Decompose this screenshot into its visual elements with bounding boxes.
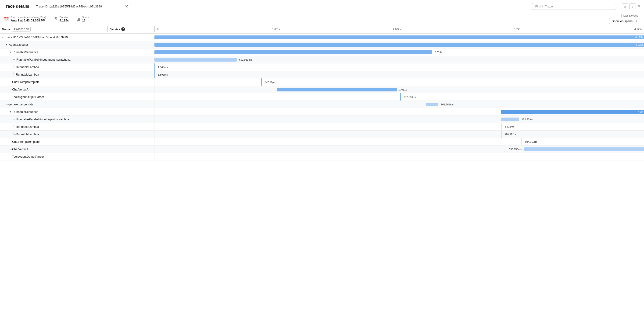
calendar-icon: 📅 [4,16,9,22]
row-label: get_exchange_rate [8,103,34,106]
expand-icon[interactable]: ▼ [8,110,12,114]
nav-arrows: ∧ ∨ × [622,3,640,9]
meta-bar: 📅 Start time (America/New_York) Aug 8 at… [0,13,644,25]
span-tick [522,138,522,145]
table-row[interactable]: ToolsAgentOutputParser752.896μs [0,93,644,101]
name-label: Name [2,27,10,31]
expand-icon[interactable]: ▼ [12,118,16,121]
spans-label: Spans [82,16,89,19]
table-row[interactable]: ▼RunnableSequence1.203s [0,108,644,116]
table-row[interactable]: ChatVertexAI1.011s [0,86,644,93]
span-duration-label: 2.339s [434,51,442,54]
span-tick [261,78,262,86]
expand-icon[interactable]: ▼ [8,50,12,54]
row-label: ToolsAgentOutputParser [12,95,44,99]
span-duration-label: 152.77ms [522,118,533,121]
row-timeline-cell: 4.125s [154,41,644,48]
trace-id-label: Trace ID: 1a223e16755f19d6ac74bec4c07b39… [36,5,123,8]
name-column-header: Name Collapse all [0,27,108,31]
clear-trace-id-button[interactable]: ✕ [125,5,128,8]
table-row[interactable]: ▼RunnableSequence2.339s [0,48,644,56]
table-row[interactable]: ▼Trace ID 1a223e16755f19d6ac74bec4c07b39… [0,34,644,41]
tick-1: 1.031s [272,28,280,30]
row-label: RunnableLambda [16,133,39,136]
row-name-cell: ChatPromptTemplate [0,140,108,144]
row-label: RunnableLambda [16,66,39,69]
span-duration-label: 1.011s [399,88,407,91]
expand-icon[interactable]: ▼ [12,58,16,62]
span-bar [277,88,397,91]
row-timeline-cell: 1.011s [154,86,644,93]
tick-4: 4.125s [634,28,642,30]
table-row[interactable]: ▼AgentExecutor4.125s [0,41,644,48]
row-name-cell: RunnableLambda [0,72,108,77]
find-in-trace-input[interactable]: Find in Trace [532,3,616,10]
expand-icon[interactable]: ▼ [5,43,8,47]
table-row[interactable]: RunnableLambda998.912μs [0,131,644,138]
row-label: RunnableSequence [12,110,38,114]
table-row[interactable]: ChatVertexAI533.158ms [0,146,644,153]
table-row[interactable]: ToolsAgentOutputParser753.92μs [0,153,644,160]
row-label: RunnableParallel<input,agent_scratchpa..… [16,58,72,61]
row-label: RunnableLambda [16,125,39,129]
table-row[interactable]: ChatPromptTemplate872.96μs [0,78,644,86]
logs-events-section: Logs & events Show on spans [609,14,640,24]
span-label-inside: 4.125s [635,43,643,46]
table-row[interactable]: ▼RunnableParallel<input,agent_scratchpa.… [0,56,644,63]
row-name-cell: RunnableLambda [0,125,108,129]
span-duration-label: 103.569ms [441,103,454,106]
span-duration-label: 1.591ms [157,73,168,76]
row-name-cell: ChatPromptTemplate [0,80,108,84]
row-name-cell: ChatVertexAI [0,147,108,152]
table-row[interactable]: RunnableLambda1.591ms [0,71,644,78]
logs-events-label: Logs & events [621,14,640,17]
row-label: RunnableParallel<input,agent_scratchpa..… [16,118,72,121]
row-label: ChatPromptTemplate [12,80,40,84]
row-name-cell: RunnableLambda [0,132,108,137]
expand-icon[interactable]: ▼ [1,35,5,39]
span-bar: 4.125s [154,35,644,39]
row-name-cell: ToolsAgentOutputParser [0,95,108,99]
row-timeline-cell: 872.96μs [154,78,644,86]
span-tick [154,71,155,78]
row-name-cell: ▼AgentExecutor [0,43,108,47]
spans-icon: ⊞ [77,16,80,22]
header: Trace details Trace ID: 1a223e16755f19d6… [0,0,644,13]
nav-down-button[interactable]: ∨ [629,3,636,9]
table-row[interactable]: ChatPromptTemplate804.352μs [0,138,644,146]
show-on-spans-wrapper[interactable]: Show on spans [609,18,640,24]
find-placeholder: Find in Trace [535,5,553,8]
span-tick [501,131,502,138]
tick-3: 3.093s [514,28,521,30]
span-duration-label: 998.912μs [504,133,517,136]
trace-container: Name Collapse all Service ? 0s 1.031s 2.… [0,25,644,313]
row-name-cell: ▼RunnableParallel<input,agent_scratchpa.… [0,58,108,62]
table-row[interactable]: get_exchange_rate103.569ms [0,101,644,108]
close-panel-button[interactable]: × [638,4,640,9]
column-headers: Name Collapse all Service ? 0s 1.031s 2.… [0,25,644,34]
service-label: Service [110,27,120,31]
span-duration-label: 692.931ms [239,58,252,61]
timeline-header: 0s 1.031s 2.062s 3.093s 4.125s [155,28,644,30]
span-duration-label: 752.896μs [402,96,416,98]
row-timeline-cell: 998.912μs [154,131,644,138]
row-label: ChatVertexAI [12,148,30,151]
duration-item: ⏱ Duration 4.125s [54,16,70,22]
span-duration-label: 804.352μs [524,141,537,143]
table-row[interactable]: ▼RunnableParallel<input,agent_scratchpa.… [0,116,644,123]
timeline-ticks: 0s 1.031s 2.062s 3.093s 4.125s [156,28,642,30]
collapse-all-button[interactable]: Collapse all [12,27,30,31]
table-row[interactable]: RunnableLambda4.433ms [0,123,644,131]
span-bar: 1.203s [501,110,644,114]
row-timeline-cell: 103.569ms [154,101,644,108]
row-name-cell: get_exchange_rate [0,102,108,107]
show-on-spans-select[interactable]: Show on spans [609,18,640,24]
row-name-cell: ChatVertexAI [0,87,108,92]
row-label: ChatPromptTemplate [12,140,40,144]
service-help-icon[interactable]: ? [121,27,125,31]
table-row[interactable]: RunnableLambda1.343ms [0,63,644,71]
span-duration-label: 872.96μs [264,81,275,84]
nav-up-button[interactable]: ∧ [622,3,628,9]
row-timeline-cell: 4.433ms [154,123,644,130]
row-name-cell: ▼RunnableSequence [0,110,108,114]
